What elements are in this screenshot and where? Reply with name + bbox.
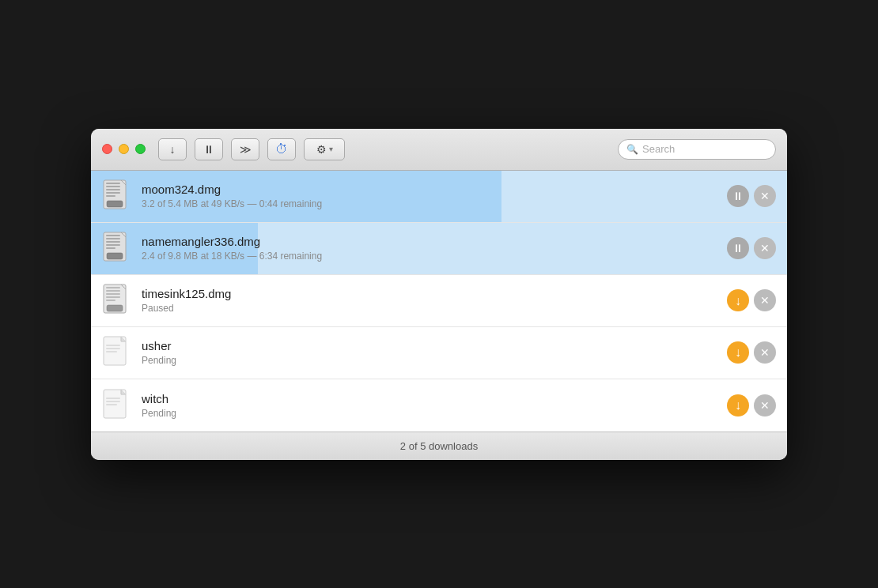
svg-rect-12 (106, 247, 115, 249)
item-actions-4: ↓ ✕ (727, 341, 776, 364)
svg-rect-1 (106, 183, 120, 184)
search-icon: 🔍 (626, 144, 638, 155)
pause-button-1[interactable]: ⏸ (727, 185, 749, 207)
file-name-5: witch (142, 392, 727, 405)
file-name-1: moom324.dmg (142, 183, 727, 196)
svg-rect-4 (106, 192, 120, 194)
file-name-2: namemangler336.dmg (142, 235, 727, 248)
cancel-button-5[interactable]: ✕ (754, 394, 776, 416)
download-item-5[interactable]: witch Pending ↓ ✕ (91, 379, 787, 432)
resume-button-5[interactable]: ↓ (727, 394, 749, 416)
resume-button-4[interactable]: ↓ (727, 341, 749, 364)
file-name-3: timesink125.dmg (142, 287, 727, 300)
file-info-3: timesink125.dmg Paused (142, 287, 727, 314)
cancel-button-3[interactable]: ✕ (754, 289, 776, 311)
resume-button-3[interactable]: ↓ (727, 289, 749, 311)
statusbar: 2 of 5 downloads (91, 432, 787, 460)
svg-rect-17 (106, 293, 120, 295)
svg-rect-19 (106, 300, 115, 301)
pause-button-2[interactable]: ⏸ (727, 237, 749, 259)
skip-icon: ≫ (240, 143, 252, 156)
pause-icon: ⏸ (203, 143, 214, 156)
download-item-1[interactable]: moom324.dmg 3.2 of 5.4 MB at 49 KB/s — 0… (91, 171, 787, 223)
titlebar: ↓ ⏸ ≫ ⏱ ⚙ ▾ 🔍 Search (91, 129, 787, 171)
file-status-5: Pending (142, 408, 727, 419)
pause-all-button[interactable]: ⏸ (195, 138, 223, 160)
svg-rect-32 (106, 404, 117, 405)
gear-icon: ⚙ (316, 143, 327, 156)
svg-rect-2 (106, 186, 120, 187)
file-status-2: 2.4 of 9.8 MB at 18 KB/s — 6:34 remainin… (142, 251, 727, 262)
file-name-4: usher (142, 339, 727, 352)
svg-rect-11 (106, 244, 120, 246)
chevron-down-icon: ▾ (329, 145, 333, 153)
svg-rect-9 (106, 238, 120, 239)
cancel-button-4[interactable]: ✕ (754, 341, 776, 364)
traffic-lights (102, 144, 146, 154)
file-icon-1 (102, 179, 132, 213)
cancel-button-1[interactable]: ✕ (754, 185, 776, 207)
svg-rect-3 (106, 189, 120, 190)
svg-rect-18 (106, 296, 120, 298)
search-placeholder: Search (642, 143, 675, 155)
item-actions-2: ⏸ ✕ (727, 237, 776, 259)
search-box[interactable]: 🔍 Search (618, 139, 776, 160)
download-list: moom324.dmg 3.2 of 5.4 MB at 49 KB/s — 0… (91, 171, 787, 432)
svg-rect-24 (106, 345, 120, 346)
status-text: 2 of 5 downloads (400, 440, 478, 452)
svg-rect-13 (107, 253, 123, 259)
svg-rect-16 (106, 290, 120, 292)
app-window: ↓ ⏸ ≫ ⏱ ⚙ ▾ 🔍 Search (91, 129, 787, 460)
file-icon-3 (102, 283, 132, 318)
download-icon: ↓ (170, 143, 176, 156)
file-info-2: namemangler336.dmg 2.4 of 9.8 MB at 18 K… (142, 235, 727, 262)
minimize-button[interactable] (119, 144, 129, 154)
item-actions-3: ↓ ✕ (727, 289, 776, 311)
svg-rect-26 (106, 351, 117, 352)
download-button[interactable]: ↓ (158, 138, 187, 160)
download-item-3[interactable]: timesink125.dmg Paused ↓ ✕ (91, 275, 787, 327)
download-item-4[interactable]: usher Pending ↓ ✕ (91, 327, 787, 379)
download-item-2[interactable]: namemangler336.dmg 2.4 of 9.8 MB at 18 K… (91, 223, 787, 275)
file-icon-2 (102, 231, 132, 266)
cancel-button-2[interactable]: ✕ (754, 237, 776, 259)
svg-rect-20 (107, 305, 123, 311)
svg-rect-10 (106, 241, 120, 243)
speed-icon: ⏱ (275, 142, 288, 156)
svg-rect-25 (106, 348, 120, 349)
svg-rect-31 (106, 401, 120, 402)
file-status-3: Paused (142, 303, 727, 314)
svg-rect-8 (106, 235, 120, 236)
maximize-button[interactable] (135, 144, 146, 154)
file-status-4: Pending (142, 355, 727, 366)
file-status-1: 3.2 of 5.4 MB at 49 KB/s — 0:44 remainin… (142, 198, 727, 209)
svg-rect-6 (107, 201, 123, 207)
settings-button[interactable]: ⚙ ▾ (304, 138, 345, 160)
file-icon-5 (102, 388, 132, 423)
svg-rect-30 (106, 398, 120, 399)
svg-rect-15 (106, 287, 120, 288)
file-info-1: moom324.dmg 3.2 of 5.4 MB at 49 KB/s — 0… (142, 183, 727, 209)
svg-rect-5 (106, 195, 115, 197)
file-info-4: usher Pending (142, 339, 727, 366)
item-actions-1: ⏸ ✕ (727, 185, 776, 207)
item-actions-5: ↓ ✕ (727, 394, 776, 416)
skip-button[interactable]: ≫ (231, 138, 259, 160)
file-info-5: witch Pending (142, 392, 727, 419)
file-icon-4 (102, 335, 132, 370)
close-button[interactable] (102, 144, 112, 154)
speed-button[interactable]: ⏱ (267, 138, 296, 160)
